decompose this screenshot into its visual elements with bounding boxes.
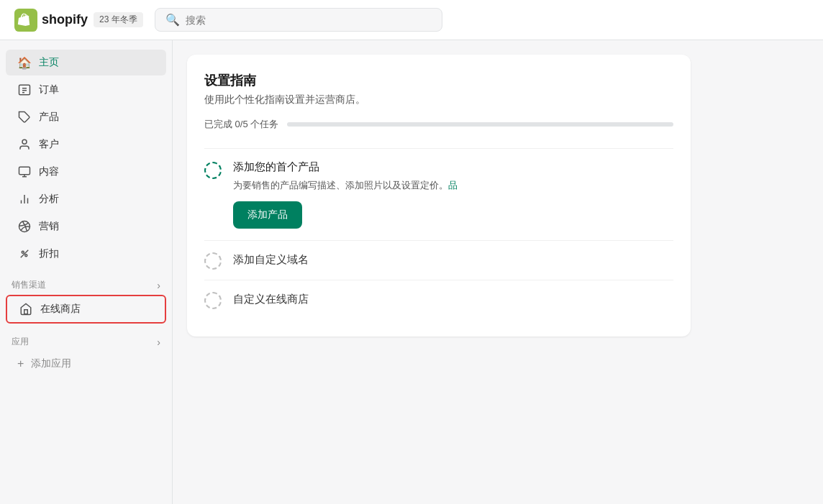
task-customize-store-title: 自定义在线商店 — [233, 293, 309, 306]
task-customize-store[interactable]: 自定义在线商店 — [204, 280, 673, 319]
sales-channel-chevron-icon[interactable]: › — [157, 280, 160, 291]
analytics-icon — [17, 192, 32, 206]
marketing-icon — [17, 219, 32, 234]
task-add-product-desc: 为要销售的产品编写描述、添加照片以及设置定价。品 — [233, 178, 673, 193]
sidebar-item-customers-label: 客户 — [39, 138, 59, 151]
svg-point-6 — [22, 139, 27, 144]
online-store-highlight-box: 在线商店 — [6, 295, 166, 324]
add-app-plus-icon: + — [17, 357, 24, 370]
home-icon: 🏠 — [17, 55, 32, 70]
discounts-icon — [17, 247, 32, 261]
sidebar-item-customers[interactable]: 客户 — [6, 132, 166, 157]
sidebar-item-content[interactable]: 内容 — [6, 159, 166, 185]
sidebar-item-marketing[interactable]: 营销 — [6, 214, 166, 239]
svg-point-14 — [22, 251, 24, 253]
sidebar-item-home-label: 主页 — [39, 56, 59, 69]
add-app-item[interactable]: + 添加应用 — [6, 352, 166, 376]
sidebar-item-orders-label: 订单 — [39, 83, 59, 96]
content-icon — [17, 165, 32, 179]
sidebar-item-analytics[interactable]: 分析 — [6, 186, 166, 212]
svg-rect-7 — [19, 167, 30, 175]
sidebar-item-home[interactable]: 🏠 主页 — [6, 50, 166, 75]
sidebar-item-marketing-label: 营销 — [39, 220, 59, 233]
shopify-logo: shopify — [14, 9, 88, 32]
sidebar-item-discounts-label: 折扣 — [39, 247, 59, 260]
search-input[interactable] — [186, 14, 432, 26]
sidebar: 🏠 主页 订单 产品 客户 内容 — [0, 40, 173, 504]
progress-row: 已完成 0/5 个任务 — [204, 118, 673, 131]
sidebar-item-discounts[interactable]: 折扣 — [6, 241, 166, 267]
task-add-product: 添加您的首个产品 为要销售的产品编写描述、添加照片以及设置定价。品 添加产品 — [204, 148, 673, 240]
sidebar-item-content-label: 内容 — [39, 165, 59, 178]
products-icon — [17, 110, 32, 124]
sidebar-item-online-store-label: 在线商店 — [40, 303, 81, 316]
shopify-bag-icon — [14, 9, 37, 32]
season-badge: 23 年冬季 — [94, 12, 143, 27]
customers-icon — [17, 137, 32, 152]
task-add-product-circle — [204, 162, 222, 179]
task-customize-store-circle — [204, 292, 222, 309]
task-add-domain[interactable]: 添加自定义域名 — [204, 240, 673, 280]
sales-channel-section: 销售渠道 › — [0, 267, 172, 294]
task-add-product-content: 添加您的首个产品 为要销售的产品编写描述、添加照片以及设置定价。品 添加产品 — [233, 160, 673, 229]
add-app-label: 添加应用 — [31, 357, 71, 370]
apps-section: 应用 › — [0, 324, 172, 351]
task-add-product-link[interactable]: 品 — [448, 180, 458, 191]
sidebar-item-orders[interactable]: 订单 — [6, 77, 166, 103]
main-layout: 🏠 主页 订单 产品 客户 内容 — [0, 40, 823, 504]
logo-area: shopify 23 年冬季 — [14, 9, 143, 32]
sidebar-item-online-store[interactable]: 在线商店 — [7, 296, 165, 322]
apps-chevron-icon[interactable]: › — [157, 336, 160, 348]
apps-section-label: 应用 — [12, 336, 29, 348]
online-store-icon — [19, 302, 33, 316]
search-icon: 🔍 — [165, 13, 180, 27]
sidebar-item-analytics-label: 分析 — [39, 193, 59, 206]
progress-text: 已完成 0/5 个任务 — [204, 118, 278, 131]
topbar: shopify 23 年冬季 🔍 — [0, 0, 823, 40]
progress-bar-background — [287, 122, 673, 127]
sidebar-item-products-label: 产品 — [39, 111, 59, 124]
content-area: 设置指南 使用此个性化指南设置并运营商店。 已完成 0/5 个任务 添加您的首个… — [173, 40, 823, 504]
sidebar-item-products[interactable]: 产品 — [6, 104, 166, 130]
task-add-domain-title: 添加自定义域名 — [233, 253, 309, 267]
add-product-button[interactable]: 添加产品 — [233, 201, 302, 229]
task-add-domain-circle — [204, 252, 222, 270]
orders-icon — [17, 83, 32, 97]
svg-rect-17 — [24, 310, 28, 314]
shopify-text: shopify — [42, 12, 88, 27]
task-add-product-title: 添加您的首个产品 — [233, 160, 673, 174]
setup-guide-subtitle: 使用此个性化指南设置并运营商店。 — [204, 93, 673, 106]
setup-guide-title: 设置指南 — [204, 72, 673, 89]
search-bar[interactable]: 🔍 — [155, 8, 442, 32]
setup-guide-card: 设置指南 使用此个性化指南设置并运营商店。 已完成 0/5 个任务 添加您的首个… — [187, 55, 691, 336]
sales-channel-label: 销售渠道 — [12, 279, 46, 291]
svg-point-15 — [25, 255, 27, 257]
